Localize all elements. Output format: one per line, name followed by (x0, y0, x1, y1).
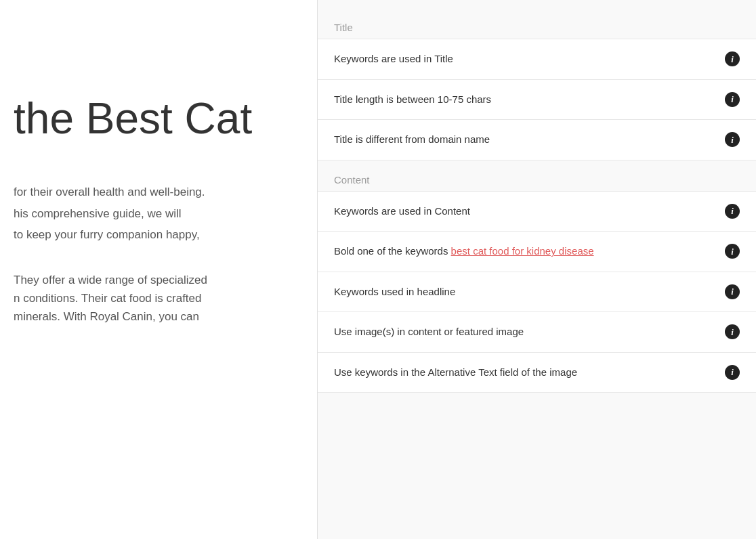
info-icon-title-domain[interactable]: i (725, 132, 740, 147)
left-text-block-2: They offer a wide range of specialized n… (14, 271, 317, 326)
content-section-label: Content (318, 166, 756, 191)
check-item-use-images-text: Use image(s) in content or featured imag… (334, 324, 717, 340)
left-line-5: n conditions. Their cat food is crafted (14, 289, 317, 307)
bold-keywords-pre: Bold one of the keywords (334, 245, 451, 257)
left-line-4: They offer a wide range of specialized (14, 271, 317, 289)
check-item-keywords-in-title-text: Keywords are used in Title (334, 51, 717, 67)
left-text-block-1: for their overall health and well-being.… (14, 183, 317, 244)
info-icon-title-length[interactable]: i (725, 92, 740, 107)
page-title: the Best Cat (14, 95, 317, 142)
check-item-title-length: Title length is between 10-75 chars i (318, 79, 756, 121)
check-item-keywords-in-content: Keywords are used in Content i (318, 191, 756, 232)
info-icon-alt-text[interactable]: i (725, 365, 740, 380)
info-icon-use-images[interactable]: i (725, 324, 740, 339)
left-line-6: minerals. With Royal Canin, you can (14, 307, 317, 326)
right-panel: Title Keywords are used in Title i Title… (317, 0, 756, 539)
left-panel: the Best Cat for their overall health an… (0, 0, 317, 539)
check-item-keywords-headline: Keywords used in headline i (318, 272, 756, 313)
check-item-bold-keywords-text: Bold one of the keywords best cat food f… (334, 244, 717, 259)
check-item-keywords-in-title: Keywords are used in Title i (318, 39, 756, 80)
info-icon-keywords-headline[interactable]: i (725, 284, 740, 299)
check-item-use-images: Use image(s) in content or featured imag… (318, 311, 756, 353)
left-line-3: to keep your furry companion happy, (14, 225, 317, 244)
check-item-keywords-in-content-text: Keywords are used in Content (334, 204, 717, 219)
check-item-keywords-headline-text: Keywords used in headline (334, 284, 717, 300)
title-section: Title Keywords are used in Title i Title… (318, 14, 756, 160)
check-item-bold-keywords: Bold one of the keywords best cat food f… (318, 231, 756, 272)
bold-keywords-link[interactable]: best cat food for kidney disease (451, 245, 594, 257)
info-icon-bold-keywords[interactable]: i (725, 244, 740, 259)
check-item-alt-text-text: Use keywords in the Alternative Text fie… (334, 365, 717, 381)
check-item-title-length-text: Title length is between 10-75 chars (334, 92, 717, 108)
check-item-alt-text: Use keywords in the Alternative Text fie… (318, 352, 756, 393)
title-section-label: Title (318, 14, 756, 39)
info-icon-keywords-in-content[interactable]: i (725, 204, 740, 219)
check-item-title-domain-text: Title is different from domain name (334, 132, 717, 148)
left-line-1: for their overall health and well-being. (14, 183, 317, 201)
info-icon-keywords-in-title[interactable]: i (725, 51, 740, 66)
check-item-title-domain: Title is different from domain name i (318, 119, 756, 160)
content-section: Content Keywords are used in Content i B… (318, 166, 756, 393)
left-line-2: his comprehensive guide, we will (14, 204, 317, 223)
